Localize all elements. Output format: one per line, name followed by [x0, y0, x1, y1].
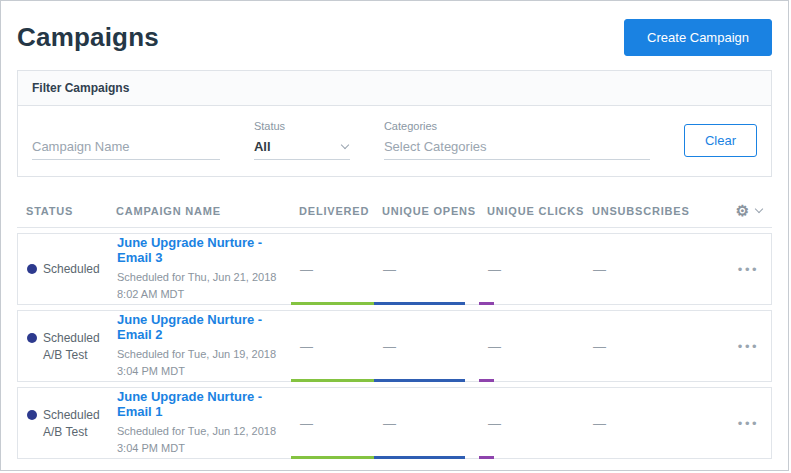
unique-clicks-value: — [479, 339, 584, 354]
opens-bar [374, 456, 465, 459]
campaign-name-cell: June Upgrade Nurture - Email 2 Scheduled… [108, 312, 291, 380]
clicks-bar [479, 456, 494, 459]
status-cell: Scheduled A/B Test [18, 408, 108, 439]
status-subtext: A/B Test [43, 425, 108, 439]
campaign-schedule-text: Scheduled for Tue, Jun 19, 2018 3:04 PM … [117, 346, 285, 380]
status-label: Status [254, 120, 350, 132]
unsubscribes-value: — [584, 339, 694, 354]
clear-filters-button[interactable]: Clear [684, 124, 757, 157]
delivered-bar [291, 456, 374, 459]
campaign-name-input[interactable] [32, 134, 220, 160]
status-dot-icon [27, 410, 37, 420]
column-header-campaign-name: CAMPAIGN NAME [107, 205, 290, 217]
clicks-bar [479, 302, 494, 305]
opens-bar [374, 302, 465, 305]
column-header-delivered: DELIVERED [290, 205, 373, 217]
table-row: Scheduled June Upgrade Nurture - Email 3… [17, 233, 772, 305]
page-title: Campaigns [17, 22, 159, 53]
status-cell: Scheduled [18, 262, 108, 276]
status-text: Scheduled [43, 408, 100, 422]
status-selected-value: All [254, 139, 271, 154]
column-header-unsubscribes: UNSUBSCRIBES [583, 205, 693, 217]
delivered-bar [291, 379, 374, 382]
campaign-schedule-text: Scheduled for Tue, Jun 12, 2018 3:04 PM … [117, 423, 285, 457]
row-actions-button[interactable]: ••• [738, 336, 759, 357]
unique-opens-value: — [374, 339, 479, 354]
delivered-bar [291, 302, 374, 305]
campaign-name-link[interactable]: June Upgrade Nurture - Email 2 [117, 312, 291, 342]
chevron-down-icon [341, 141, 349, 149]
table-row: Scheduled A/B Test June Upgrade Nurture … [17, 310, 772, 382]
unique-clicks-value: — [479, 416, 584, 431]
status-text: Scheduled [43, 262, 100, 276]
row-actions-button[interactable]: ••• [738, 259, 759, 280]
filter-panel: Filter Campaigns Status All Categories C… [17, 70, 772, 177]
campaign-schedule-text: Scheduled for Thu, Jun 21, 2018 8:02 AM … [117, 269, 285, 303]
actions-cell: ••• [694, 413, 771, 434]
opens-bar [374, 379, 465, 382]
campaign-name-cell: June Upgrade Nurture - Email 3 Scheduled… [108, 235, 291, 303]
actions-cell: ••• [694, 259, 771, 280]
categories-input[interactable] [384, 134, 650, 160]
status-select[interactable]: All [254, 134, 350, 160]
table-row: Scheduled A/B Test June Upgrade Nurture … [17, 387, 772, 459]
table-header: STATUS CAMPAIGN NAME DELIVERED UNIQUE OP… [17, 203, 772, 228]
clicks-bar [479, 379, 494, 382]
column-header-status: STATUS [17, 205, 107, 217]
top-bar: Campaigns Create Campaign [1, 1, 788, 70]
create-campaign-button[interactable]: Create Campaign [624, 19, 772, 56]
categories-field: Categories [384, 120, 650, 160]
unique-clicks-value: — [479, 262, 584, 277]
columns-settings-button[interactable]: ⚙ [693, 203, 772, 218]
column-header-unique-clicks: UNIQUE CLICKS [478, 205, 583, 217]
delivered-value: — [291, 416, 374, 431]
campaigns-page: Campaigns Create Campaign Filter Campaig… [0, 0, 789, 471]
status-cell: Scheduled A/B Test [18, 331, 108, 362]
filter-panel-title: Filter Campaigns [18, 71, 771, 106]
row-actions-button[interactable]: ••• [738, 413, 759, 434]
campaign-name-cell: June Upgrade Nurture - Email 1 Scheduled… [108, 389, 291, 457]
chevron-down-icon [755, 205, 763, 213]
unique-opens-value: — [374, 416, 479, 431]
unsubscribes-value: — [584, 416, 694, 431]
status-dot-icon [27, 333, 37, 343]
status-dot-icon [27, 264, 37, 274]
gear-icon: ⚙ [736, 203, 750, 218]
status-subtext: A/B Test [43, 348, 108, 362]
categories-label: Categories [384, 120, 650, 132]
campaign-name-link[interactable]: June Upgrade Nurture - Email 1 [117, 389, 291, 419]
unique-opens-value: — [374, 262, 479, 277]
actions-cell: ••• [694, 336, 771, 357]
delivered-value: — [291, 262, 374, 277]
column-header-unique-opens: UNIQUE OPENS [373, 205, 478, 217]
delivered-value: — [291, 339, 374, 354]
status-field: Status All [254, 120, 350, 160]
campaign-name-link[interactable]: June Upgrade Nurture - Email 3 [117, 235, 291, 265]
campaigns-table: STATUS CAMPAIGN NAME DELIVERED UNIQUE OP… [17, 203, 772, 459]
status-text: Scheduled [43, 331, 100, 345]
filter-body: Status All Categories Clear [18, 106, 771, 176]
unsubscribes-value: — [584, 262, 694, 277]
